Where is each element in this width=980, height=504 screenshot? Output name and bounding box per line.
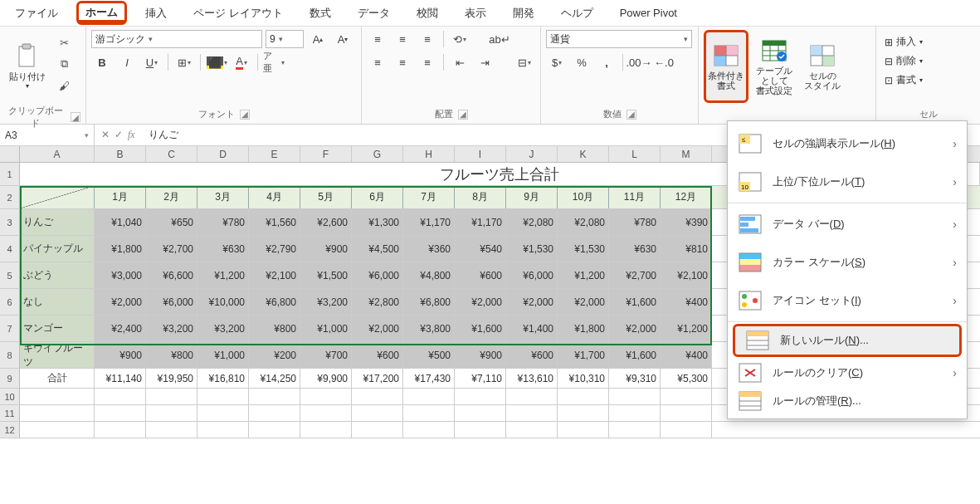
data-cell[interactable]: ¥2,000: [506, 289, 558, 315]
data-cell[interactable]: ¥6,600: [146, 262, 197, 288]
format-cells-button[interactable]: ⊡書式 ▾: [881, 71, 926, 89]
data-cell[interactable]: ¥1,200: [558, 262, 609, 288]
empty-cell[interactable]: [249, 422, 300, 438]
month-header[interactable]: 1月: [95, 186, 146, 208]
data-cell[interactable]: ¥1,170: [403, 209, 455, 235]
data-cell[interactable]: ¥1,600: [455, 316, 506, 341]
col-header-K[interactable]: K: [558, 146, 609, 162]
merge-button[interactable]: ⊟▾: [510, 53, 539, 71]
data-cell[interactable]: ¥1,560: [249, 209, 300, 235]
row-label[interactable]: りんご: [20, 209, 95, 235]
data-cell[interactable]: ¥6,000: [146, 289, 197, 315]
data-cell[interactable]: ¥2,700: [146, 236, 197, 262]
data-cell[interactable]: ¥6,800: [249, 289, 300, 315]
data-cell[interactable]: ¥2,080: [506, 209, 558, 235]
empty-cell[interactable]: [95, 422, 146, 438]
data-cell[interactable]: ¥900: [300, 236, 352, 262]
empty-cell[interactable]: [249, 405, 300, 421]
data-cell[interactable]: ¥6,000: [506, 262, 558, 288]
data-cell[interactable]: ¥1,400: [506, 316, 558, 341]
align-right-button[interactable]: ≡: [417, 53, 438, 71]
empty-cell[interactable]: [403, 422, 455, 438]
data-cell[interactable]: ¥390: [661, 209, 712, 235]
col-header-G[interactable]: G: [352, 146, 403, 162]
indent-decrease-button[interactable]: ⇤: [449, 53, 470, 71]
empty-cell[interactable]: [661, 422, 712, 438]
data-cell[interactable]: ¥6,800: [403, 289, 455, 315]
data-cell[interactable]: ¥200: [249, 342, 300, 368]
font-name-combo[interactable]: 游ゴシック▾: [91, 30, 262, 48]
col-header-D[interactable]: D: [197, 146, 249, 162]
italic-button[interactable]: I: [116, 53, 138, 71]
empty-cell[interactable]: [300, 422, 352, 438]
paste-button[interactable]: 貼り付け ▾: [5, 30, 50, 103]
row-header-9[interactable]: 9: [0, 369, 20, 388]
empty-cell[interactable]: [558, 389, 609, 404]
empty-cell[interactable]: [455, 422, 506, 438]
data-cell[interactable]: ¥630: [197, 236, 249, 262]
data-cell[interactable]: ¥780: [197, 209, 249, 235]
row-label[interactable]: パイナップル: [20, 236, 95, 262]
menu-formulas[interactable]: 数式: [301, 2, 339, 24]
empty-cell[interactable]: [20, 405, 95, 421]
font-color-button[interactable]: A▾: [231, 53, 252, 71]
data-cell[interactable]: ¥3,800: [403, 316, 455, 341]
data-cell[interactable]: ¥1,500: [300, 262, 352, 288]
empty-cell[interactable]: [197, 422, 249, 438]
data-cell[interactable]: ¥1,300: [352, 209, 403, 235]
col-header-C[interactable]: C: [146, 146, 197, 162]
data-cell[interactable]: ¥400: [661, 342, 712, 368]
data-cell[interactable]: ¥650: [146, 209, 197, 235]
empty-cell[interactable]: [506, 389, 558, 404]
month-header[interactable]: 5月: [300, 186, 352, 208]
month-header[interactable]: 9月: [506, 186, 558, 208]
empty-cell[interactable]: [352, 405, 403, 421]
data-cell[interactable]: ¥2,600: [300, 209, 352, 235]
col-header-B[interactable]: B: [95, 146, 146, 162]
percent-button[interactable]: %: [571, 53, 592, 71]
empty-cell[interactable]: [558, 422, 609, 438]
data-cell[interactable]: ¥1,200: [661, 316, 712, 341]
menu-home[interactable]: ホーム: [76, 1, 127, 25]
data-cell[interactable]: ¥3,200: [197, 316, 249, 341]
number-launcher[interactable]: ◢: [627, 110, 636, 120]
name-box[interactable]: A3▾: [0, 125, 95, 145]
menu-insert[interactable]: 挿入: [137, 2, 175, 24]
bold-button[interactable]: B: [91, 53, 113, 71]
data-cell[interactable]: ¥800: [249, 316, 300, 341]
menu-top-bottom-rules[interactable]: 10 上位/下位ルール(T) ›: [728, 163, 967, 201]
row-label[interactable]: なし: [20, 289, 95, 315]
menu-data[interactable]: データ: [349, 2, 398, 24]
data-cell[interactable]: ¥4,800: [403, 262, 455, 288]
data-cell[interactable]: ¥600: [352, 342, 403, 368]
row-header-5[interactable]: 5: [0, 262, 20, 288]
row-header-6[interactable]: 6: [0, 289, 20, 315]
total-cell[interactable]: ¥17,200: [352, 369, 403, 388]
empty-cell[interactable]: [95, 389, 146, 404]
total-cell[interactable]: ¥10,310: [558, 369, 609, 388]
empty-cell[interactable]: [300, 389, 352, 404]
data-cell[interactable]: ¥2,000: [455, 289, 506, 315]
underline-button[interactable]: U▾: [141, 53, 163, 71]
col-header-E[interactable]: E: [249, 146, 300, 162]
copy-button[interactable]: ⧉: [55, 55, 73, 73]
empty-cell[interactable]: [249, 389, 300, 404]
font-launcher[interactable]: ◢: [240, 110, 250, 120]
total-cell[interactable]: ¥13,610: [506, 369, 558, 388]
empty-cell[interactable]: [403, 405, 455, 421]
total-cell[interactable]: ¥11,140: [95, 369, 146, 388]
format-as-table-button[interactable]: テーブルとして 書式設定: [752, 30, 797, 103]
data-cell[interactable]: ¥4,500: [352, 236, 403, 262]
data-cell[interactable]: ¥2,790: [249, 236, 300, 262]
menu-clear-rules[interactable]: ルールのクリア(C) ›: [728, 359, 967, 387]
empty-cell[interactable]: [95, 405, 146, 421]
delete-cells-button[interactable]: ⊟削除 ▾: [881, 52, 926, 70]
data-cell[interactable]: ¥1,000: [197, 342, 249, 368]
total-cell[interactable]: ¥9,900: [300, 369, 352, 388]
data-cell[interactable]: ¥10,000: [197, 289, 249, 315]
increase-decimal-button[interactable]: .00→: [628, 53, 650, 71]
month-header[interactable]: 8月: [455, 186, 506, 208]
col-header-L[interactable]: L: [609, 146, 661, 162]
empty-cell[interactable]: [506, 422, 558, 438]
data-cell[interactable]: ¥700: [300, 342, 352, 368]
